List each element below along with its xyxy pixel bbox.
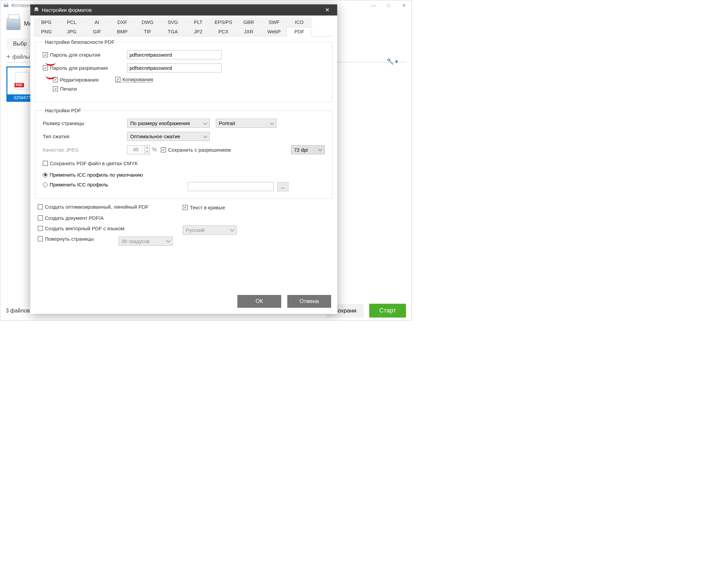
close-button[interactable]: ✕ [396,0,411,10]
allow-edit-checkbox[interactable]: Редактирования [53,77,98,83]
save-dpi-checkbox[interactable]: Сохранить с разрешением [161,147,231,153]
icc-path-input[interactable] [188,182,274,191]
page-size-label: Размер страницы [43,120,127,126]
dpi-select[interactable]: 72 dpi [291,145,325,154]
format-tabs: BPGPCLAIDXFDWGSVGPLTEPS/PSGBRSWFICOPNGJP… [30,16,337,36]
icc-custom-radio[interactable]: Применить ICC профиль [43,182,188,187]
security-legend: Настройки безопасности PDF [43,39,117,45]
select-button[interactable]: Выбр [6,38,33,50]
jpeg-quality-input[interactable] [127,145,145,154]
icc-default-radio[interactable]: Применить ICC профиль по умолчанию [43,172,143,178]
vector-pdf-checkbox[interactable]: Создать векторный PDF с языком [38,226,124,231]
format-tab-gif[interactable]: GIF [84,27,110,36]
add-files-label: файлы [12,54,30,60]
format-tab-bpg[interactable]: BPG [34,18,59,27]
dialog-close-button[interactable]: ✕ [320,7,334,13]
caret-down-icon: ▾ [395,59,398,64]
jpeg-quality-spinner[interactable]: ▲▼ [127,145,150,154]
text-curves-checkbox[interactable]: Текст в кривые [183,205,225,210]
dialog-icon [34,7,39,13]
permission-password-checkbox[interactable] [43,65,48,70]
page-size-select[interactable]: По размеру изображения [127,119,210,128]
add-files-button[interactable]: + файлы [6,53,30,61]
orientation-select[interactable]: Portrait [216,119,276,128]
jpeg-quality-label: Качество JPEG [43,147,127,153]
format-tab-plt[interactable]: PLT [185,18,211,27]
percent-label: % [152,147,157,153]
format-tab-eps-ps[interactable]: EPS/PS [211,18,236,27]
svg-rect-1 [4,3,8,5]
format-tab-ai[interactable]: AI [84,18,110,27]
format-tab-pcl[interactable]: PCL [59,18,84,27]
format-tab-dxf[interactable]: DXF [110,18,135,27]
permission-password-label[interactable]: Пароль для разрешения [43,65,127,71]
format-tab-jp2[interactable]: JP2 [185,27,211,36]
svg-rect-2 [34,9,38,11]
file-count: 3 файлов [6,308,30,314]
format-tab-bmp[interactable]: BMP [110,27,135,36]
format-tab-ico[interactable]: ICO [287,18,312,27]
format-tab-tga[interactable]: TGA [160,27,185,36]
format-tab-dwg[interactable]: DWG [135,18,160,27]
dialog-footer: ОК Отмена [30,290,337,314]
format-tab-gbr[interactable]: GBR [236,18,261,27]
minimize-button[interactable]: — [366,0,381,10]
format-tab-tif[interactable]: TIF [135,27,160,36]
pdf-settings-group: Настройки PDF Размер страницы По размеру… [35,108,332,199]
spin-down-icon[interactable]: ▼ [145,150,150,154]
format-tab-png[interactable]: PNG [34,27,59,36]
allow-print-checkbox[interactable]: Печати [53,86,77,92]
icc-browse-button[interactable]: ... [277,182,289,191]
ok-button[interactable]: ОК [237,295,281,308]
linear-pdf-checkbox[interactable]: Создать оптимизированный, линейный PDF [38,204,148,210]
open-password-input[interactable] [127,50,222,59]
compression-select[interactable]: Оптимальное сжатие [127,132,210,141]
wrench-icon: 🔧 [386,58,394,65]
printer-icon [6,17,21,30]
dialog-titlebar: Настройки форматов ✕ [30,4,337,16]
format-tab-pdf[interactable]: PDF [287,27,312,36]
format-tab-jpg[interactable]: JPG [59,27,84,36]
start-button[interactable]: Старт [369,304,406,318]
format-tab-pcx[interactable]: PCX [211,27,236,36]
app-icon [3,2,9,8]
maximize-button[interactable]: □ [381,0,396,10]
pdfa-checkbox[interactable]: Создать документ PDF/A [38,215,104,221]
format-tab-svg[interactable]: SVG [160,18,185,27]
format-tab-swf[interactable]: SWF [261,18,287,27]
cmyk-checkbox[interactable]: Сохранить PDF файл в цветах CMYK [43,160,138,166]
format-settings-dialog: Настройки форматов ✕ BPGPCLAIDXFDWGSVGPL… [30,4,337,314]
open-password-checkbox[interactable] [43,52,48,57]
extra-options: Создать оптимизированный, линейный PDF Т… [35,204,332,246]
format-tab-jxr[interactable]: JXR [236,27,261,36]
dialog-body: Настройки безопасности PDF Пароль для от… [30,36,337,290]
pdf-badge: PDF [14,83,24,87]
plus-icon: + [6,53,10,61]
vector-language-select[interactable]: Русский [183,226,237,235]
rotate-pages-checkbox[interactable]: Повернуть страницы [38,236,94,242]
open-password-label[interactable]: Пароль для открытия [43,52,127,58]
compression-label: Тип сжатия [43,133,127,139]
security-group: Настройки безопасности PDF Пароль для от… [35,39,332,102]
spin-up-icon[interactable]: ▲ [145,145,150,150]
cancel-button[interactable]: Отмена [287,295,331,308]
format-tab-webp[interactable]: WebP [261,27,287,36]
rotate-degrees-select[interactable]: 90 градусов [119,237,173,246]
pdf-settings-legend: Настройки PDF [43,108,83,113]
permission-password-input[interactable] [127,63,222,72]
svg-rect-3 [35,7,38,9]
settings-menu[interactable]: 🔧 ▾ [386,58,398,65]
window-buttons: — □ ✕ [366,0,411,10]
dialog-title: Настройки форматов [42,7,92,13]
allow-copy-checkbox[interactable]: Копирования [115,77,153,83]
